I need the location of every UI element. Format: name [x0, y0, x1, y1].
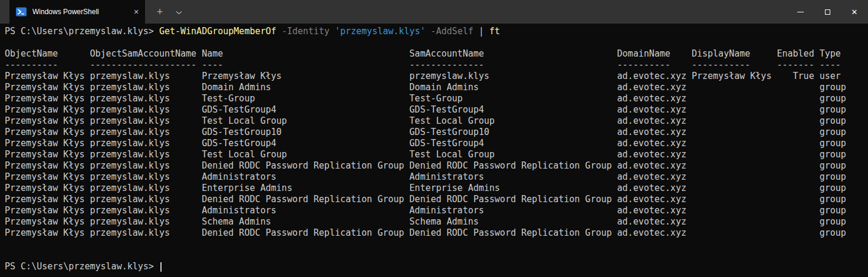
maximize-icon: [825, 9, 830, 15]
minimize-icon: [797, 12, 804, 12]
blank-line: [5, 250, 868, 261]
blank-line: [5, 37, 868, 48]
command-segment: PS C:\Users\przemyslaw.klys>: [5, 26, 159, 37]
table-output: ObjectName ObjectSamAccountName Name Sam…: [5, 48, 868, 239]
maximize-button[interactable]: [814, 0, 841, 24]
table-row: Przemysław Kłys przemyslaw.klys Domain A…: [5, 82, 868, 93]
command-segment: [425, 26, 430, 37]
table-row: Przemysław Kłys przemyslaw.klys GDS-Test…: [5, 104, 868, 116]
chevron-down-icon: [176, 6, 182, 17]
tab-title: Windows PowerShell: [32, 8, 126, 16]
table-header-row: ObjectName ObjectSamAccountName Name Sam…: [5, 48, 868, 60]
blank-line: [5, 239, 868, 250]
command-segment: 'przemyslaw.klys': [335, 26, 426, 37]
table-row: Przemysław Kłys przemyslaw.klys GDS-Test…: [5, 127, 868, 138]
close-icon: ✕: [851, 8, 858, 16]
table-row: Przemysław Kłys przemyslaw.klys Schema A…: [5, 216, 868, 227]
command-segment: -AddSelf: [431, 26, 474, 37]
command-segment: ft: [489, 26, 500, 37]
tab-windows-powershell[interactable]: Windows PowerShell ✕: [9, 0, 145, 24]
table-row: Przemysław Kłys przemyslaw.klys Przemysł…: [5, 71, 868, 82]
new-tab-button[interactable]: +: [150, 0, 170, 24]
prompt-text: PS C:\Users\przemyslaw.klys>: [5, 261, 159, 272]
table-row: Przemysław Kłys przemyslaw.klys Test Loc…: [5, 116, 868, 127]
table-row: Przemysław Kłys przemyslaw.klys Denied R…: [5, 227, 868, 239]
powershell-icon: [15, 6, 27, 18]
table-row: Przemysław Kłys przemyslaw.klys Administ…: [5, 172, 868, 183]
tab-close-icon[interactable]: ✕: [131, 6, 142, 17]
table-row: Przemysław Kłys przemyslaw.klys Denied R…: [5, 160, 868, 172]
tab-dropdown-button[interactable]: [170, 0, 188, 24]
table-underline-row: ---------- -------------------- ---- ---…: [5, 60, 868, 71]
command-segment: -Identity: [282, 26, 330, 37]
close-button[interactable]: ✕: [841, 0, 868, 24]
text-cursor[interactable]: [160, 262, 162, 272]
command-segment: |: [474, 26, 489, 37]
table-row: Przemysław Kłys przemyslaw.klys GDS-Test…: [5, 138, 868, 149]
table-row: Przemysław Kłys przemyslaw.klys Test Loc…: [5, 149, 868, 160]
table-row: Przemysław Kłys przemyslaw.klys Denied R…: [5, 194, 868, 205]
command-segment: [277, 26, 282, 37]
table-row: Przemysław Kłys przemyslaw.klys Test-Gro…: [5, 93, 868, 104]
terminal-window: Windows PowerShell ✕ + ✕ PS C:\Users\prz…: [0, 0, 868, 277]
titlebar-drag-area: [188, 0, 787, 24]
prompt-line: PS C:\Users\przemyslaw.klys>: [5, 261, 868, 272]
table-row: Przemysław Kłys przemyslaw.klys Enterpri…: [5, 183, 868, 194]
terminal-content[interactable]: PS C:\Users\przemyslaw.klys> Get-WinADGr…: [0, 24, 868, 277]
titlebar: Windows PowerShell ✕ + ✕: [0, 0, 868, 24]
table-row: Przemysław Kłys przemyslaw.klys Administ…: [5, 205, 868, 216]
command-line: PS C:\Users\przemyslaw.klys> Get-WinADGr…: [5, 26, 868, 37]
command-segment: Get-WinADGroupMemberOf: [159, 26, 277, 37]
minimize-button[interactable]: [787, 0, 814, 24]
command-segment: [330, 26, 335, 37]
